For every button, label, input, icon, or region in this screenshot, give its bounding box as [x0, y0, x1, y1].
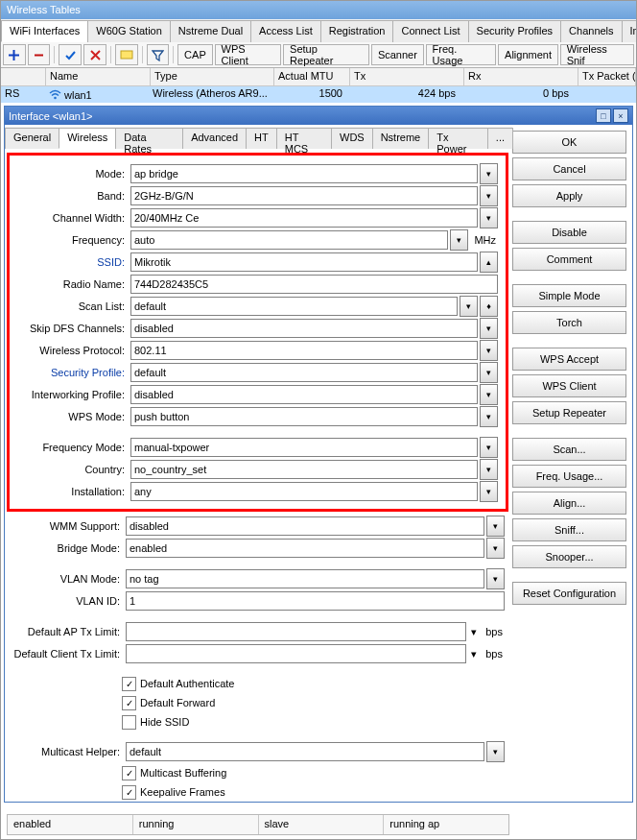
- installation-dropdown-icon[interactable]: ▾: [480, 481, 498, 502]
- tab-wifi-interfaces[interactable]: WiFi Interfaces: [1, 20, 88, 42]
- subtab-tx-power[interactable]: Tx Power: [428, 128, 488, 149]
- scan-button[interactable]: Scan...: [512, 438, 626, 461]
- scan-list-dropdown-icon[interactable]: ▾: [460, 296, 478, 317]
- channel-width-dropdown-icon[interactable]: ▾: [480, 207, 498, 228]
- maximize-icon[interactable]: □: [596, 108, 611, 123]
- close-icon[interactable]: ×: [613, 108, 628, 123]
- wps-accept-button[interactable]: WPS Accept: [512, 348, 626, 371]
- subtab-more[interactable]: ...: [487, 128, 513, 149]
- subtab-data-rates[interactable]: Data Rates: [115, 128, 183, 149]
- cancel-button[interactable]: Cancel: [512, 157, 626, 180]
- filter-button[interactable]: [147, 44, 170, 65]
- security-profile-dropdown-icon[interactable]: ▾: [480, 362, 498, 383]
- channel-width-input[interactable]: [130, 208, 478, 228]
- col-txpkt[interactable]: Tx Packet (p/s): [578, 68, 636, 85]
- def-ap-tx-input[interactable]: [126, 622, 466, 641]
- enable-button[interactable]: [59, 44, 82, 65]
- skip-dfs-input[interactable]: [130, 319, 478, 338]
- disable-button[interactable]: Disable: [512, 221, 626, 244]
- vlan-mode-dropdown-icon[interactable]: ▾: [486, 568, 505, 589]
- cap-button[interactable]: CAP: [177, 44, 212, 65]
- def-client-tx-expand-icon[interactable]: ▾: [468, 648, 480, 660]
- apply-button[interactable]: Apply: [512, 184, 626, 207]
- scan-list-spinner-icon[interactable]: ♦: [480, 296, 498, 317]
- wmm-support-dropdown-icon[interactable]: ▾: [486, 516, 505, 537]
- default-forward-checkbox[interactable]: ✓: [122, 696, 136, 710]
- setup-repeater-button[interactable]: Setup Repeater: [283, 44, 369, 65]
- col-tx[interactable]: Tx: [350, 68, 464, 85]
- tab-registration[interactable]: Registration: [320, 20, 394, 42]
- radio-name-input[interactable]: [130, 275, 498, 294]
- multicast-buffering-checkbox[interactable]: ✓: [122, 766, 136, 780]
- subtab-wds[interactable]: WDS: [331, 128, 373, 149]
- wps-mode-dropdown-icon[interactable]: ▾: [480, 406, 498, 427]
- subtab-nstreme[interactable]: Nstreme: [372, 128, 430, 149]
- wps-mode-input[interactable]: [130, 407, 478, 426]
- keepalive-frames-checkbox[interactable]: ✓: [122, 785, 136, 800]
- vlan-mode-input[interactable]: [126, 569, 484, 588]
- installation-input[interactable]: [130, 482, 478, 501]
- col-flag[interactable]: [1, 68, 46, 85]
- snooper-button[interactable]: Snooper...: [512, 545, 626, 568]
- def-ap-tx-expand-icon[interactable]: ▾: [468, 626, 480, 638]
- multicast-helper-input[interactable]: [126, 742, 484, 761]
- subtab-wireless[interactable]: Wireless: [59, 128, 116, 149]
- freq-usage-button[interactable]: Freq. Usage...: [512, 465, 626, 488]
- ssid-input[interactable]: [130, 252, 478, 272]
- wps-client-button[interactable]: WPS Client: [215, 44, 282, 65]
- comment-button[interactable]: Comment: [512, 248, 626, 271]
- reset-configuration-button[interactable]: Reset Configuration: [512, 582, 626, 605]
- skip-dfs-dropdown-icon[interactable]: ▾: [480, 318, 498, 339]
- subtab-general[interactable]: General: [5, 128, 59, 149]
- tab-access-list[interactable]: Access List: [250, 20, 321, 42]
- ssid-collapse-icon[interactable]: ▴: [480, 252, 498, 273]
- frequency-mode-input[interactable]: [130, 438, 478, 457]
- torch-button[interactable]: Torch: [512, 311, 626, 334]
- subtab-ht-mcs[interactable]: HT MCS: [276, 128, 332, 149]
- tab-interworking[interactable]: Interworkin: [622, 20, 637, 42]
- tab-w60g-station[interactable]: W60G Station: [87, 20, 170, 42]
- frequency-mode-dropdown-icon[interactable]: ▾: [480, 437, 498, 458]
- col-mtu[interactable]: Actual MTU: [274, 68, 350, 85]
- band-dropdown-icon[interactable]: ▾: [480, 185, 498, 206]
- sniff-button[interactable]: Sniff...: [512, 518, 626, 541]
- subtab-ht[interactable]: HT: [246, 128, 277, 149]
- remove-button[interactable]: [28, 44, 51, 65]
- frequency-input[interactable]: [130, 230, 448, 250]
- band-input[interactable]: [130, 186, 478, 205]
- disable-button[interactable]: [83, 44, 106, 65]
- col-name[interactable]: Name: [46, 68, 151, 85]
- alignment-button[interactable]: Alignment: [498, 44, 557, 65]
- comment-button[interactable]: [115, 44, 138, 65]
- ok-button[interactable]: OK: [512, 131, 626, 154]
- bridge-mode-input[interactable]: [126, 539, 484, 558]
- tab-channels[interactable]: Channels: [560, 20, 622, 42]
- add-button[interactable]: [3, 44, 26, 65]
- def-client-tx-input[interactable]: [126, 644, 466, 663]
- mode-input[interactable]: [130, 164, 478, 183]
- scanner-button[interactable]: Scanner: [371, 44, 423, 65]
- interworking-profile-input[interactable]: [130, 385, 478, 404]
- col-type[interactable]: Type: [151, 68, 274, 85]
- tab-security-profiles[interactable]: Security Profiles: [468, 20, 561, 42]
- table-row[interactable]: RS wlan1 Wireless (Atheros AR9... 1500 4…: [1, 86, 636, 103]
- align-button[interactable]: Align...: [512, 492, 626, 515]
- wps-client-button[interactable]: WPS Client: [512, 374, 626, 397]
- vlan-id-input[interactable]: [126, 591, 505, 611]
- country-input[interactable]: [130, 460, 478, 479]
- interworking-profile-dropdown-icon[interactable]: ▾: [480, 384, 498, 405]
- tab-nstreme-dual[interactable]: Nstreme Dual: [170, 20, 251, 42]
- simple-mode-button[interactable]: Simple Mode: [512, 284, 626, 307]
- hide-ssid-checkbox[interactable]: [122, 715, 136, 730]
- wmm-support-input[interactable]: [126, 516, 484, 536]
- subtab-advanced[interactable]: Advanced: [182, 128, 247, 149]
- mode-dropdown-icon[interactable]: ▾: [480, 163, 498, 184]
- wireless-sniffer-button[interactable]: Wireless Snif: [560, 44, 634, 65]
- security-profile-input[interactable]: [130, 363, 478, 382]
- scan-list-input[interactable]: [130, 297, 458, 316]
- wireless-protocol-dropdown-icon[interactable]: ▾: [480, 340, 498, 361]
- bridge-mode-dropdown-icon[interactable]: ▾: [486, 538, 505, 559]
- wireless-protocol-input[interactable]: [130, 341, 478, 360]
- country-dropdown-icon[interactable]: ▾: [480, 459, 498, 480]
- col-rx[interactable]: Rx: [464, 68, 578, 85]
